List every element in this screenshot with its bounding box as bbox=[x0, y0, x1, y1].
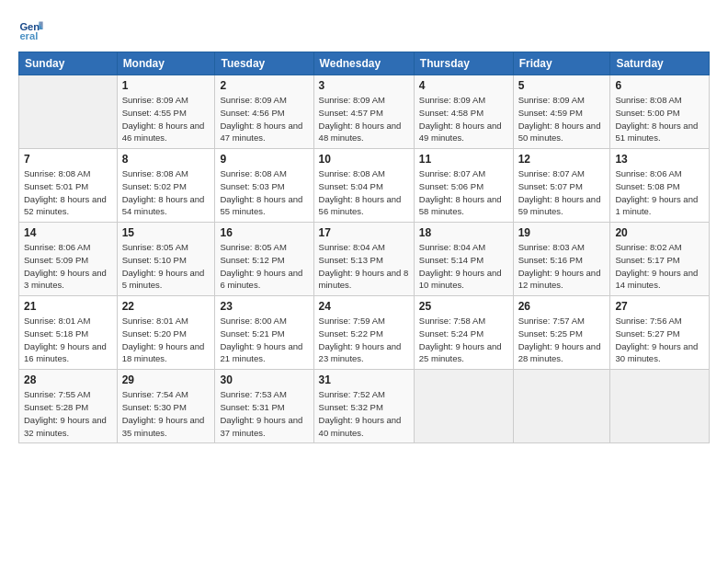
calendar-week-4: 21Sunrise: 8:01 AMSunset: 5:18 PMDayligh… bbox=[19, 296, 710, 370]
calendar-cell: 22Sunrise: 8:01 AMSunset: 5:20 PMDayligh… bbox=[117, 296, 215, 370]
calendar-cell: 9Sunrise: 8:08 AMSunset: 5:03 PMDaylight… bbox=[215, 149, 313, 223]
day-info: Sunrise: 8:04 AMSunset: 5:13 PMDaylight:… bbox=[319, 241, 409, 292]
page: Gen eral SundayMondayTuesdayWednesdayThu… bbox=[0, 0, 728, 563]
day-number: 13 bbox=[615, 153, 704, 166]
svg-text:eral: eral bbox=[19, 30, 38, 41]
calendar-cell: 10Sunrise: 8:08 AMSunset: 5:04 PMDayligh… bbox=[313, 149, 414, 223]
day-number: 1 bbox=[122, 79, 210, 92]
calendar-cell: 16Sunrise: 8:05 AMSunset: 5:12 PMDayligh… bbox=[215, 223, 313, 296]
day-info: Sunrise: 8:09 AMSunset: 4:56 PMDaylight:… bbox=[220, 94, 308, 144]
day-number: 21 bbox=[24, 300, 112, 313]
weekday-header-friday: Friday bbox=[513, 52, 610, 75]
day-number: 10 bbox=[319, 153, 409, 166]
calendar-cell: 3Sunrise: 8:09 AMSunset: 4:57 PMDaylight… bbox=[313, 75, 414, 149]
day-number: 24 bbox=[319, 300, 409, 313]
calendar-cell: 13Sunrise: 8:06 AMSunset: 5:08 PMDayligh… bbox=[610, 149, 710, 223]
calendar-cell: 14Sunrise: 8:06 AMSunset: 5:09 PMDayligh… bbox=[19, 223, 118, 296]
weekday-header-wednesday: Wednesday bbox=[313, 52, 414, 75]
weekday-header-thursday: Thursday bbox=[414, 52, 513, 75]
calendar-cell: 25Sunrise: 7:58 AMSunset: 5:24 PMDayligh… bbox=[414, 296, 513, 370]
day-info: Sunrise: 7:56 AMSunset: 5:27 PMDaylight:… bbox=[615, 315, 704, 365]
day-number: 4 bbox=[419, 79, 508, 92]
header: Gen eral bbox=[18, 17, 710, 42]
calendar-cell: 30Sunrise: 7:53 AMSunset: 5:31 PMDayligh… bbox=[215, 370, 313, 443]
day-number: 3 bbox=[319, 79, 409, 92]
calendar-cell: 8Sunrise: 8:08 AMSunset: 5:02 PMDaylight… bbox=[117, 149, 215, 223]
day-info: Sunrise: 8:06 AMSunset: 5:08 PMDaylight:… bbox=[615, 167, 704, 218]
day-number: 22 bbox=[122, 300, 210, 313]
day-info: Sunrise: 8:08 AMSunset: 5:04 PMDaylight:… bbox=[319, 167, 409, 218]
day-info: Sunrise: 7:55 AMSunset: 5:28 PMDaylight:… bbox=[24, 388, 112, 439]
day-number: 18 bbox=[419, 226, 508, 239]
calendar-week-5: 28Sunrise: 7:55 AMSunset: 5:28 PMDayligh… bbox=[19, 370, 710, 443]
calendar-cell: 23Sunrise: 8:00 AMSunset: 5:21 PMDayligh… bbox=[215, 296, 313, 370]
day-info: Sunrise: 8:06 AMSunset: 5:09 PMDaylight:… bbox=[24, 241, 112, 292]
day-number: 28 bbox=[24, 373, 112, 386]
day-number: 9 bbox=[220, 153, 308, 166]
day-info: Sunrise: 8:09 AMSunset: 4:59 PMDaylight:… bbox=[518, 94, 606, 144]
day-info: Sunrise: 7:52 AMSunset: 5:32 PMDaylight:… bbox=[319, 388, 409, 439]
day-number: 27 bbox=[615, 300, 704, 313]
day-info: Sunrise: 8:09 AMSunset: 4:55 PMDaylight:… bbox=[122, 94, 210, 144]
calendar-cell: 18Sunrise: 8:04 AMSunset: 5:14 PMDayligh… bbox=[414, 223, 513, 296]
calendar-body: 1Sunrise: 8:09 AMSunset: 4:55 PMDaylight… bbox=[19, 75, 710, 443]
day-info: Sunrise: 8:09 AMSunset: 4:57 PMDaylight:… bbox=[319, 94, 409, 144]
weekday-header-tuesday: Tuesday bbox=[215, 52, 313, 75]
calendar-cell: 24Sunrise: 7:59 AMSunset: 5:22 PMDayligh… bbox=[313, 296, 414, 370]
calendar-cell bbox=[19, 75, 118, 149]
logo: Gen eral bbox=[18, 17, 48, 42]
day-number: 5 bbox=[518, 79, 606, 92]
day-info: Sunrise: 7:54 AMSunset: 5:30 PMDaylight:… bbox=[122, 388, 210, 439]
calendar-cell: 21Sunrise: 8:01 AMSunset: 5:18 PMDayligh… bbox=[19, 296, 118, 370]
calendar-week-2: 7Sunrise: 8:08 AMSunset: 5:01 PMDaylight… bbox=[19, 149, 710, 223]
calendar-cell: 1Sunrise: 8:09 AMSunset: 4:55 PMDaylight… bbox=[117, 75, 215, 149]
day-number: 25 bbox=[419, 300, 508, 313]
day-info: Sunrise: 8:02 AMSunset: 5:17 PMDaylight:… bbox=[615, 241, 704, 292]
calendar-cell: 7Sunrise: 8:08 AMSunset: 5:01 PMDaylight… bbox=[19, 149, 118, 223]
day-number: 17 bbox=[319, 226, 409, 239]
calendar-cell: 11Sunrise: 8:07 AMSunset: 5:06 PMDayligh… bbox=[414, 149, 513, 223]
day-info: Sunrise: 8:08 AMSunset: 5:03 PMDaylight:… bbox=[220, 167, 308, 218]
calendar-cell bbox=[414, 370, 513, 443]
day-info: Sunrise: 8:07 AMSunset: 5:06 PMDaylight:… bbox=[419, 167, 508, 218]
logo-icon: Gen eral bbox=[18, 17, 44, 42]
calendar-cell: 6Sunrise: 8:08 AMSunset: 5:00 PMDaylight… bbox=[610, 75, 710, 149]
day-number: 15 bbox=[122, 226, 210, 239]
day-info: Sunrise: 7:57 AMSunset: 5:25 PMDaylight:… bbox=[518, 315, 606, 365]
calendar-cell: 28Sunrise: 7:55 AMSunset: 5:28 PMDayligh… bbox=[19, 370, 118, 443]
calendar-cell: 17Sunrise: 8:04 AMSunset: 5:13 PMDayligh… bbox=[313, 223, 414, 296]
day-info: Sunrise: 8:08 AMSunset: 5:01 PMDaylight:… bbox=[24, 167, 112, 218]
day-info: Sunrise: 8:08 AMSunset: 5:02 PMDaylight:… bbox=[122, 167, 210, 218]
day-number: 7 bbox=[24, 153, 112, 166]
day-number: 20 bbox=[615, 226, 704, 239]
day-number: 16 bbox=[220, 226, 308, 239]
day-info: Sunrise: 8:01 AMSunset: 5:18 PMDaylight:… bbox=[24, 315, 112, 365]
calendar-cell: 19Sunrise: 8:03 AMSunset: 5:16 PMDayligh… bbox=[513, 223, 610, 296]
calendar-week-1: 1Sunrise: 8:09 AMSunset: 4:55 PMDaylight… bbox=[19, 75, 710, 149]
day-info: Sunrise: 8:05 AMSunset: 5:10 PMDaylight:… bbox=[122, 241, 210, 292]
day-number: 14 bbox=[24, 226, 112, 239]
day-info: Sunrise: 8:04 AMSunset: 5:14 PMDaylight:… bbox=[419, 241, 508, 292]
day-info: Sunrise: 8:09 AMSunset: 4:58 PMDaylight:… bbox=[419, 94, 508, 144]
calendar-header: SundayMondayTuesdayWednesdayThursdayFrid… bbox=[19, 52, 710, 75]
day-number: 23 bbox=[220, 300, 308, 313]
day-number: 19 bbox=[518, 226, 606, 239]
calendar-cell: 31Sunrise: 7:52 AMSunset: 5:32 PMDayligh… bbox=[313, 370, 414, 443]
weekday-header-sunday: Sunday bbox=[19, 52, 118, 75]
calendar-week-3: 14Sunrise: 8:06 AMSunset: 5:09 PMDayligh… bbox=[19, 223, 710, 296]
calendar-cell: 12Sunrise: 8:07 AMSunset: 5:07 PMDayligh… bbox=[513, 149, 610, 223]
calendar-cell: 20Sunrise: 8:02 AMSunset: 5:17 PMDayligh… bbox=[610, 223, 710, 296]
calendar-cell: 2Sunrise: 8:09 AMSunset: 4:56 PMDaylight… bbox=[215, 75, 313, 149]
day-info: Sunrise: 8:07 AMSunset: 5:07 PMDaylight:… bbox=[518, 167, 606, 218]
calendar-table: SundayMondayTuesdayWednesdayThursdayFrid… bbox=[18, 52, 710, 443]
calendar-cell bbox=[610, 370, 710, 443]
day-info: Sunrise: 8:00 AMSunset: 5:21 PMDaylight:… bbox=[220, 315, 308, 365]
weekday-row: SundayMondayTuesdayWednesdayThursdayFrid… bbox=[19, 52, 710, 75]
calendar-cell: 29Sunrise: 7:54 AMSunset: 5:30 PMDayligh… bbox=[117, 370, 215, 443]
day-number: 31 bbox=[319, 373, 409, 386]
day-number: 12 bbox=[518, 153, 606, 166]
day-number: 26 bbox=[518, 300, 606, 313]
day-number: 30 bbox=[220, 373, 308, 386]
day-info: Sunrise: 8:08 AMSunset: 5:00 PMDaylight:… bbox=[615, 94, 704, 144]
day-info: Sunrise: 7:59 AMSunset: 5:22 PMDaylight:… bbox=[319, 315, 409, 365]
